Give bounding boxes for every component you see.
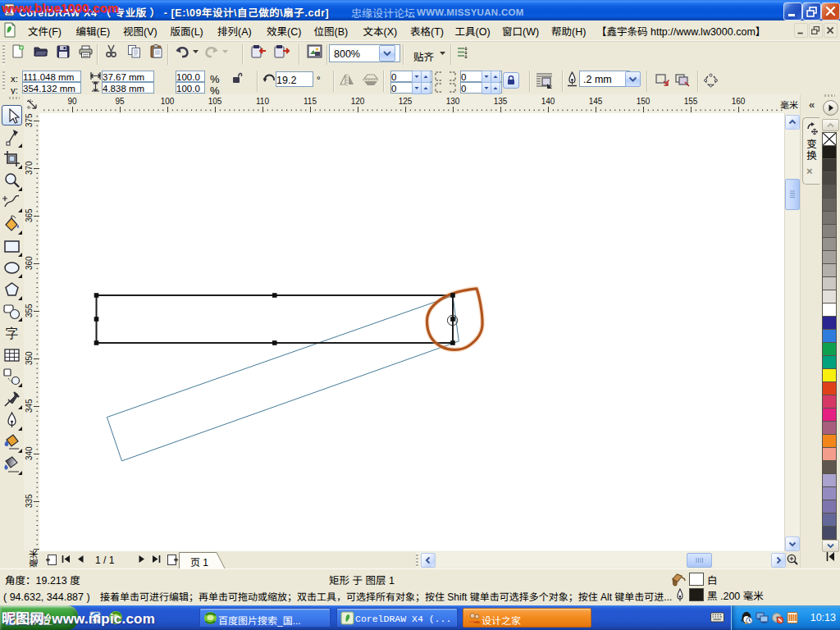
swatch-#0fa04f[interactable] xyxy=(822,342,837,356)
undo-dropdown-arrow[interactable] xyxy=(192,49,199,54)
swatch-#5f564f[interactable] xyxy=(822,460,837,474)
wrap-text-button[interactable] xyxy=(536,72,553,89)
swatch-#595651[interactable] xyxy=(822,185,837,199)
swatch-#95928d[interactable] xyxy=(822,237,837,251)
copy-button[interactable] xyxy=(127,44,141,58)
drawing-canvas[interactable] xyxy=(39,113,784,551)
swatch-#2e7cdb[interactable] xyxy=(822,329,837,343)
task-button-shejizhijia[interactable]: 设计之家 xyxy=(463,608,591,628)
height-field[interactable]: 4.838 mm xyxy=(102,82,154,94)
tool-blend[interactable] xyxy=(2,367,22,387)
redo-button[interactable] xyxy=(203,44,220,59)
menu-item-1[interactable]: 编辑(E) xyxy=(76,24,111,38)
pan-zoom-button[interactable] xyxy=(784,551,800,568)
swatch-#7d74ae[interactable] xyxy=(822,500,837,514)
swatch-none[interactable] xyxy=(822,132,837,146)
width-field[interactable]: 37.67 mm xyxy=(102,71,154,82)
tray-icon-network[interactable] xyxy=(756,611,769,624)
tool-shape[interactable] xyxy=(2,127,22,148)
mdi-close-button[interactable] xyxy=(824,23,838,38)
paste-button[interactable] xyxy=(149,44,163,58)
application-launcher-button[interactable] xyxy=(307,44,322,58)
scroll-up-button[interactable] xyxy=(785,115,800,130)
outline-width-dropdown-arrow[interactable] xyxy=(625,71,641,87)
tool-table[interactable] xyxy=(2,345,22,366)
swatch-#f49c8c[interactable] xyxy=(822,447,837,461)
y-position-field[interactable]: 354.132 mm xyxy=(22,82,81,94)
tool-crop[interactable] xyxy=(2,148,22,169)
swatch-#e3e0db[interactable] xyxy=(822,290,837,304)
swatch-#4a4742[interactable] xyxy=(822,171,837,185)
export-button[interactable] xyxy=(274,44,290,58)
outline-width-combobox[interactable]: .2 mm xyxy=(579,71,630,87)
vertical-scrollbar[interactable] xyxy=(784,113,800,551)
fill-color-swatch[interactable] xyxy=(689,573,704,586)
tool-polygon[interactable] xyxy=(2,280,22,300)
menu-item-7[interactable]: 文本(X) xyxy=(363,24,398,38)
menu-item-2[interactable]: 视图(V) xyxy=(123,24,158,38)
scale-lock-icon[interactable] xyxy=(231,71,244,84)
smooth-corners-icon[interactable] xyxy=(703,73,719,88)
x-position-field[interactable]: 111.048 mm xyxy=(22,71,81,82)
spin-up-tl[interactable] xyxy=(421,71,431,83)
tool-freehand[interactable] xyxy=(2,192,22,212)
horizontal-ruler[interactable]: 9095100105110115120125130135140145150155… xyxy=(39,94,801,113)
scale-y-field[interactable]: 100.0 xyxy=(176,82,205,94)
menu-item-11[interactable]: 帮助(H) xyxy=(551,24,586,38)
import-button[interactable] xyxy=(251,44,267,58)
swatch-#a4a19c[interactable] xyxy=(822,250,837,264)
scroll-left-button[interactable] xyxy=(421,553,436,568)
scale-x-field[interactable]: 100.0 xyxy=(176,71,205,82)
undo-button[interactable] xyxy=(174,44,190,59)
scroll-down-button[interactable] xyxy=(785,536,800,551)
swatch-#e51e82[interactable] xyxy=(822,408,837,422)
menu-item-12[interactable]: 【鑫宇条码 http://www.lw3000.com】 xyxy=(596,24,765,38)
swatch-#3b3833[interactable] xyxy=(822,158,837,172)
palette-scroll-up[interactable] xyxy=(822,119,839,131)
swatch-#d63865[interactable] xyxy=(822,395,837,409)
tool-outline[interactable] xyxy=(2,410,22,431)
swatch-#77746f[interactable] xyxy=(822,211,837,225)
menu-item-5[interactable]: 效果(C) xyxy=(267,24,301,38)
swatch-#86837e[interactable] xyxy=(822,224,837,238)
options-button[interactable] xyxy=(456,45,469,59)
convert-to-curves-button[interactable] xyxy=(654,73,671,88)
toolbox-grip[interactable] xyxy=(9,97,20,99)
tool-fill[interactable] xyxy=(2,432,22,453)
docker-tab-transformations[interactable]: 变换 × xyxy=(802,117,821,185)
minimize-button[interactable] xyxy=(783,2,802,21)
restore-button[interactable] xyxy=(802,2,821,21)
input-method-icon[interactable] xyxy=(710,612,724,623)
tool-eyedropper[interactable] xyxy=(2,389,22,409)
zoom-dropdown-arrow[interactable] xyxy=(379,45,395,62)
vertical-ruler[interactable]: 375370365360355350345340335 毫米 xyxy=(24,113,39,551)
hscroll-grip[interactable] xyxy=(416,555,418,566)
menu-item-0[interactable]: 文件(F) xyxy=(28,24,62,38)
prev-page-button[interactable] xyxy=(75,554,84,564)
add-page-end-button[interactable] xyxy=(167,554,179,566)
outline-color-swatch[interactable] xyxy=(689,588,704,601)
print-button[interactable] xyxy=(79,45,93,58)
mdi-restore-button[interactable] xyxy=(809,23,823,38)
corners-lock-button[interactable] xyxy=(503,72,519,89)
redo-dropdown-arrow[interactable] xyxy=(221,49,229,54)
swatch-#aaa3cf[interactable] xyxy=(822,473,837,487)
tool-text[interactable]: 字 xyxy=(2,323,22,344)
swatch-#ffffff[interactable] xyxy=(822,303,837,317)
toolbar-grip[interactable] xyxy=(2,45,5,65)
palette-expand-icon[interactable] xyxy=(826,551,835,562)
swatch-#cbc8c3[interactable] xyxy=(822,276,837,290)
snap-button[interactable]: 贴齐 xyxy=(413,48,434,64)
docker-collapse-button[interactable]: « xyxy=(803,98,819,113)
swatch-#a85f7e[interactable] xyxy=(822,421,837,435)
swatch-#f8ef0e[interactable] xyxy=(822,368,837,382)
tool-pick[interactable] xyxy=(2,105,22,126)
swatch-#2a2591[interactable] xyxy=(822,316,837,330)
close-button[interactable] xyxy=(821,2,840,21)
swatch-#f2861a[interactable] xyxy=(822,434,837,448)
tray-icon-volume-muted[interactable] xyxy=(771,611,784,624)
spin-up-tr[interactable] xyxy=(491,71,500,83)
palette-flyout-button[interactable] xyxy=(823,100,838,116)
task-button-baidu[interactable]: 百度图片搜索_国... xyxy=(199,608,331,628)
convert-outline-button[interactable] xyxy=(674,73,692,88)
